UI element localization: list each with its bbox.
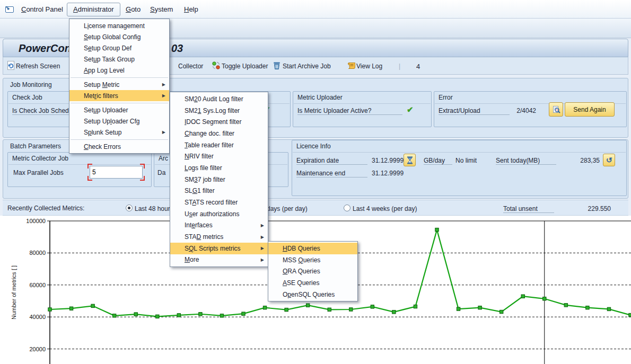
data-point-marker	[371, 305, 374, 308]
view-log-button[interactable]: View Log	[356, 63, 382, 70]
gb-per-day-value: No limit	[455, 157, 477, 164]
metric-uploader-panel: Metric Uploader Is Metric Uploader Activ…	[293, 91, 432, 127]
menubar-item-help[interactable]: Help	[184, 5, 198, 13]
menu-item-sm20-audit-log-filter[interactable]: SM20 Audit Log filter	[170, 93, 268, 105]
menu-item-setup-uploader[interactable]: Setup Uploader	[69, 104, 169, 116]
menu-item-splunk-setup[interactable]: Splunk Setup▶	[69, 127, 169, 138]
data-point-marker	[306, 304, 309, 307]
menu-item-slg1-filter[interactable]: SLG1 filter	[170, 185, 268, 197]
menu-item-license-management[interactable]: License management	[69, 20, 169, 31]
menu-item-setup-metric[interactable]: Setup Metric▶	[69, 79, 169, 90]
metric-filters-submenu: SM20 Audit Log filterSM21 Sys.Log filter…	[170, 92, 268, 267]
menu-item-table-reader-filter[interactable]: Table reader filter	[170, 139, 268, 151]
error-title: Error	[439, 94, 453, 101]
menu-item-nriv-filter[interactable]: NRIV filter	[170, 150, 268, 162]
menu-item-sm21-sys-log-filter[interactable]: SM21 Sys.Log filter	[170, 105, 268, 117]
menu-item-label: Change doc. filter	[185, 130, 234, 137]
menu-item-setup-uploader-cfg[interactable]: Setup Uploader Cfg	[69, 116, 169, 127]
menu-item-logs-file-filter[interactable]: Logs file filter	[170, 162, 268, 174]
view-log-icon	[347, 61, 356, 72]
submenu-arrow-icon: ▶	[162, 82, 165, 87]
menu-item-label: HDB Queries	[283, 245, 320, 252]
menu-item-more[interactable]: More▶	[170, 254, 268, 266]
y-tick-label: 40000	[29, 314, 46, 320]
menu-item-sm37-job-filter[interactable]: SM37 job filter	[170, 174, 268, 185]
collector-button[interactable]: Collector	[178, 63, 203, 70]
menu-item-label: Check Errors	[84, 143, 121, 150]
refresh-sent-button[interactable]: ↺	[603, 154, 615, 166]
sap-gui-icon[interactable]	[4, 5, 15, 15]
gb-per-day-label: GB/day	[424, 157, 452, 165]
menu-item-ora-queries[interactable]: ORA Queries	[268, 265, 357, 277]
menu-item-user-authorizations[interactable]: User authorizations	[170, 208, 268, 220]
submenu-arrow-icon: ▶	[261, 258, 264, 262]
menubar-item-system[interactable]: System	[150, 5, 173, 13]
menu-item-stats-record-filter[interactable]: STATS record filter	[170, 197, 268, 208]
y-tick-label: 60000	[29, 282, 46, 288]
menu-item-opensql-queries[interactable]: OpenSQL Queries	[268, 289, 357, 300]
licence-info-title: Licence Info	[296, 143, 331, 150]
y-tick-label: 100000	[26, 218, 46, 224]
data-point-marker	[543, 297, 546, 300]
radio-last-48-hours[interactable]	[126, 205, 133, 211]
send-again-button[interactable]: Send Again	[565, 102, 615, 117]
radio-last-4-weeks-label[interactable]: Last 4 weeks (per day)	[353, 205, 417, 212]
data-point-marker	[349, 308, 353, 311]
menu-item-label: Setup Uploader	[84, 106, 128, 114]
hourglass-icon	[406, 156, 414, 164]
data-point-marker	[457, 307, 460, 310]
menu-item-label: SM21 Sys.Log filter	[185, 107, 240, 114]
menu-item-change-doc-filter[interactable]: Change doc. filter	[170, 128, 268, 139]
data-point-marker	[69, 307, 73, 310]
submenu-arrow-icon: ▶	[162, 130, 165, 135]
menu-item-hdb-queries[interactable]: HDB Queries	[268, 243, 357, 254]
menu-item-app-log-level[interactable]: App Log Level	[69, 65, 169, 76]
menu-item-label: Setup Task Group	[84, 56, 135, 63]
start-archive-job-button[interactable]: Start Archive Job	[283, 63, 331, 70]
error-panel: Error Extract/Upload 2/4042 Send Again	[434, 91, 627, 127]
licence-history-button[interactable]	[404, 154, 416, 166]
data-point-marker	[607, 307, 610, 310]
menu-item-ase-queries[interactable]: ASE Queries	[268, 277, 357, 289]
menu-item-setup-global-config[interactable]: Setup Global Config	[69, 31, 169, 42]
refresh-icon	[6, 61, 15, 72]
refresh-screen-button[interactable]: Refresh Screen	[16, 63, 60, 70]
menu-item-setup-task-group[interactable]: Setup Task Group	[69, 54, 169, 65]
menu-item-label: SQL Scripts metrics	[185, 245, 241, 252]
toggle-uploader-button[interactable]: Toggle Uploader	[222, 63, 268, 70]
menu-item-label: STATS record filter	[185, 199, 238, 206]
menubar-item-goto[interactable]: Goto	[126, 5, 141, 13]
sql-scripts-metrics-submenu: HDB QueriesMSS QueriesORA QueriesASE Que…	[268, 241, 358, 301]
job-monitoring-title: Job Monitoring	[10, 81, 52, 88]
menubar-item-control-panel[interactable]: Control Panel	[21, 5, 63, 13]
menu-item-interfaces[interactable]: Interfaces▶	[170, 220, 268, 232]
menu-item-check-errors[interactable]: Check Errors	[69, 141, 169, 152]
menu-item-mss-queries[interactable]: MSS Queries	[268, 254, 357, 266]
menu-item-stad-metrics[interactable]: STAD metrics▶	[170, 231, 268, 243]
sent-today-label: Sent today(MB)	[496, 157, 556, 165]
show-errors-button[interactable]	[549, 102, 563, 117]
menu-item-sql-scripts-metrics[interactable]: SQL Scripts metrics▶	[170, 243, 268, 254]
data-point-marker	[586, 306, 589, 309]
page-title: PowerCon	[19, 42, 71, 55]
data-point-marker	[91, 304, 94, 307]
radio-last-4-weeks[interactable]	[344, 205, 350, 211]
menu-item-idoc-segment-filter[interactable]: IDOC Segment filter	[170, 116, 268, 128]
maintenance-end-value: 31.12.9999	[372, 170, 404, 177]
menu-item-metric-filters[interactable]: Metric filters▶	[69, 90, 169, 101]
menubar-item-administrator[interactable]: Administrator	[67, 3, 120, 16]
total-unsent-label: Total unsent	[503, 205, 554, 213]
menu-item-label: ASE Queries	[283, 279, 319, 287]
submenu-arrow-icon: ▶	[261, 223, 264, 228]
archive-trash-icon	[273, 61, 281, 72]
undo-arrow-icon: ↺	[606, 156, 612, 164]
menu-item-label: SLG1 filter	[185, 187, 215, 194]
data-point-marker	[156, 315, 159, 318]
data-point-marker	[564, 304, 567, 307]
max-parallel-jobs-input[interactable]	[90, 166, 143, 179]
menu-item-setup-group-def[interactable]: Setup Group Def	[69, 42, 169, 54]
menu-item-label: Setup Global Config	[84, 33, 141, 41]
data-point-marker	[285, 308, 288, 311]
archive-panel-title-fragment: Arc	[159, 155, 168, 162]
metric-collector-job-title: Metric Collector Job	[12, 155, 68, 162]
